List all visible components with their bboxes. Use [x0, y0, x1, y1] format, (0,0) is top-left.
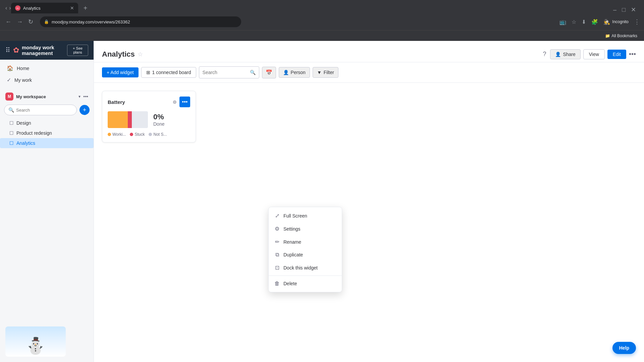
battery-segment-empty [132, 111, 148, 128]
maximize-btn[interactable]: □ [622, 6, 626, 13]
rename-icon: ✏ [274, 239, 280, 245]
snowman-area: ⛄ [0, 321, 94, 362]
sidebar: ⠿ ✿ monday work management + See plans 🏠… [0, 41, 94, 362]
help-circle-icon[interactable]: ? [541, 49, 547, 59]
incognito-badge: 🕵 Incognito [603, 19, 629, 25]
board-item-analytics[interactable]: ☐ Analytics [0, 138, 94, 148]
lock-icon: 🔒 [44, 19, 49, 24]
toolbar-search-input[interactable] [203, 70, 248, 75]
widget-more-btn[interactable]: ••• [179, 97, 190, 107]
board-icon-design: ☐ [9, 120, 14, 126]
sidebar-search-input[interactable] [16, 108, 72, 113]
workspace-header[interactable]: M My workspace ▾ ••• [0, 88, 94, 102]
toolbar-search-icon: 🔍 [250, 70, 256, 75]
forward-btn[interactable]: → [15, 17, 24, 27]
monday-logo: ✿ monday work management [13, 45, 64, 56]
widget-filter-icon[interactable]: ⊜ [173, 99, 177, 105]
toolbar-search-box[interactable]: 🔍 [199, 66, 259, 78]
browser-nav-bar: ← → ↻ 🔒 moodjoy.monday.com/overviews/263… [0, 13, 644, 30]
refresh-btn[interactable]: ↻ [27, 17, 35, 27]
board-icon-product-redesign: ☐ [9, 130, 14, 136]
person-btn[interactable]: 👤 Person [279, 67, 310, 78]
menu-item-settings[interactable]: ⚙ Settings [269, 222, 342, 235]
menu-divider [269, 276, 342, 276]
legend-item-stuck: Stuck [130, 132, 145, 137]
legend-dot-stuck [130, 133, 133, 136]
calendar-btn[interactable]: 📅 [262, 67, 276, 78]
main-content: Analytics ☆ ? 👤 Share View Edit ••• + Ad… [94, 41, 644, 362]
battery-legend: Worki... Stuck Not S... [108, 132, 190, 137]
legend-item-working: Worki... [108, 132, 126, 137]
help-btn[interactable]: Help [612, 342, 636, 354]
battery-segment-stuck [128, 111, 132, 128]
address-bar[interactable]: 🔒 moodjoy.monday.com/overviews/263362 [40, 16, 241, 27]
workspace-more-icon[interactable]: ••• [83, 94, 88, 99]
filter-btn[interactable]: ▼ Filter [313, 67, 338, 78]
filter-icon: ▼ [317, 70, 322, 75]
see-plans-btn[interactable]: + See plans [67, 45, 88, 56]
sidebar-nav: 🏠 Home ✓ My work [0, 60, 94, 88]
share-icon: 👤 [555, 52, 561, 57]
view-btn[interactable]: View [583, 49, 605, 59]
share-btn[interactable]: 👤 Share [550, 49, 580, 59]
sidebar-top: ⠿ ✿ monday work management + See plans [0, 41, 94, 60]
toolbar: + Add widget ⊞ 1 connected board 🔍 📅 👤 P… [94, 62, 644, 83]
minimize-btn[interactable]: – [613, 6, 616, 13]
person-icon: 👤 [283, 70, 289, 75]
sidebar-search-icon: 🔍 [8, 107, 14, 113]
sidebar-item-home[interactable]: 🏠 Home [0, 62, 94, 74]
cast-icon[interactable]: 📺 [559, 19, 566, 25]
logo-icon: ✿ [13, 46, 19, 55]
menu-item-dock[interactable]: ⊡ Dock this widget [269, 261, 342, 274]
apps-grid-icon[interactable]: ⠿ [5, 46, 10, 54]
battery-widget: Battery ⊜ ••• 0% Done [102, 91, 196, 142]
widget-header: Battery ⊜ ••• [108, 97, 190, 107]
page-header: Analytics ☆ ? 👤 Share View Edit ••• [94, 41, 644, 62]
board-icon-analytics: ☐ [9, 140, 14, 146]
duplicate-icon: ⧉ [274, 252, 280, 258]
table-icon: ⊞ [146, 70, 150, 75]
connected-board-btn[interactable]: ⊞ 1 connected board [141, 67, 196, 78]
sidebar-item-my-work[interactable]: ✓ My work [0, 74, 94, 86]
search-row: 🔍 + [0, 102, 94, 118]
bookmark-star-icon[interactable]: ☆ [572, 19, 576, 25]
tab-title: Analytics [23, 6, 41, 11]
add-widget-btn[interactable]: + Add widget [102, 67, 139, 77]
all-bookmarks[interactable]: 📁 All Bookmarks [605, 34, 637, 38]
my-work-icon: ✓ [7, 77, 11, 83]
tab-close-btn[interactable]: ✕ [70, 5, 74, 11]
back-btn[interactable]: ← [4, 17, 13, 27]
favorite-star-icon[interactable]: ☆ [138, 51, 143, 58]
fullscreen-icon: ⤢ [274, 213, 280, 219]
menu-item-duplicate[interactable]: ⧉ Duplicate [269, 248, 342, 261]
window-controls: – □ ✕ [613, 6, 641, 13]
dock-icon: ⊡ [274, 264, 280, 271]
delete-icon: 🗑 [274, 281, 280, 287]
extension-icon[interactable]: 🧩 [591, 19, 598, 25]
url-text: moodjoy.monday.com/overviews/263362 [52, 19, 237, 24]
widget-title: Battery [108, 99, 173, 105]
legend-dot-working [108, 133, 111, 136]
back-tab-btn[interactable]: ‹ [5, 5, 7, 11]
dashboard: Battery ⊜ ••• 0% Done [94, 83, 644, 362]
menu-item-delete[interactable]: 🗑 Delete [269, 277, 342, 290]
more-options-btn[interactable]: ••• [629, 50, 636, 58]
menu-item-rename[interactable]: ✏ Rename [269, 235, 342, 248]
board-item-product-redesign[interactable]: ☐ Product redesign [0, 128, 94, 138]
board-item-design[interactable]: ☐ Design [0, 118, 94, 128]
header-actions: ? 👤 Share View Edit ••• [541, 49, 636, 59]
workspace-expand-icon: ▾ [78, 94, 80, 99]
close-btn[interactable]: ✕ [631, 6, 636, 13]
sidebar-search-box[interactable]: 🔍 [4, 105, 77, 115]
battery-chart: 0% Done [108, 111, 190, 128]
battery-bar [108, 111, 148, 128]
battery-percent: 0% [153, 113, 164, 121]
edit-btn[interactable]: Edit [607, 50, 626, 59]
new-tab-btn[interactable]: + [78, 3, 90, 13]
browser-tab[interactable]: m Analytics ✕ [11, 3, 78, 13]
sidebar-add-btn[interactable]: + [79, 105, 90, 115]
forward-tab-btn[interactable]: › [9, 5, 11, 11]
download-icon[interactable]: ⬇ [582, 19, 586, 25]
menu-item-fullscreen[interactable]: ⤢ Full Screen [269, 209, 342, 222]
chrome-menu-btn[interactable]: ⋮ [634, 18, 640, 25]
